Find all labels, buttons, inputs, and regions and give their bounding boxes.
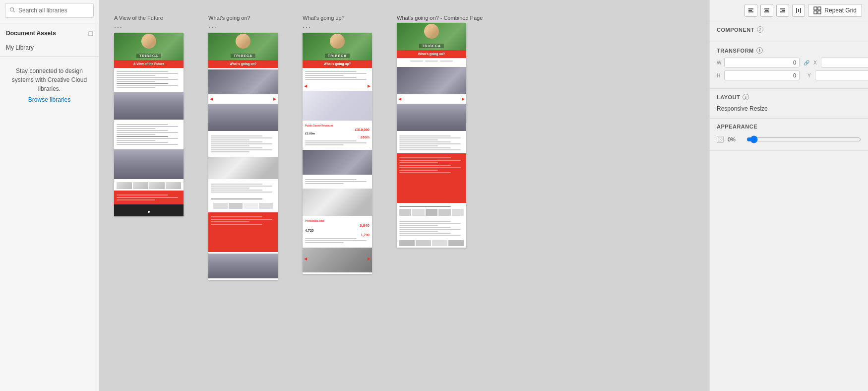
y-field: Y — [807, 70, 868, 80]
h-label: H — [717, 73, 723, 78]
opacity-slider[interactable] — [746, 133, 861, 145]
ab3-la2[interactable]: ◀ — [304, 257, 307, 261]
ab2-body2 — [208, 181, 278, 196]
lock-icon[interactable]: 🔗 — [804, 60, 809, 65]
transform-row-2: H Y — [717, 70, 861, 80]
responsive-resize: Responsive Resize — [717, 104, 861, 113]
artboard-4-label: What's going on? - Combined Page — [397, 15, 483, 21]
ab2-rs2 — [211, 219, 272, 220]
layout-info-icon[interactable]: i — [743, 94, 749, 100]
ab4-rs2 — [399, 160, 461, 161]
ab4-bg4 — [448, 240, 464, 246]
artboard-2-frame[interactable]: TRIBECA What's going on? ◀ ▶ — [208, 33, 278, 280]
ab4-l8 — [399, 149, 461, 150]
width-input[interactable] — [724, 58, 800, 67]
ab2-rs1 — [211, 216, 262, 217]
search-input[interactable] — [18, 7, 89, 14]
svg-rect-14 — [814, 7, 817, 10]
width-field: W — [717, 58, 800, 67]
ab4-img1 — [397, 67, 466, 94]
align-left-btn[interactable] — [744, 4, 757, 17]
ab3-jobs3: 1,790 — [305, 233, 370, 237]
y-input[interactable] — [815, 70, 868, 80]
ab1-line6 — [117, 81, 155, 82]
repeat-grid-label: Repeat Grid — [824, 7, 857, 14]
artboard-2[interactable]: What's going on? ··· TRIBECA What's goin… — [208, 15, 278, 280]
ab3-img3 — [303, 189, 372, 216]
ab3-b2l3 — [305, 183, 344, 184]
ab4-arrows1: ◀ ▶ — [397, 96, 466, 102]
svg-rect-12 — [798, 9, 799, 12]
ab1-line1 — [117, 71, 168, 72]
ab4-body1 — [397, 132, 466, 153]
ab1-thumb2 — [133, 182, 148, 189]
ab3-ra2[interactable]: ▶ — [368, 257, 371, 261]
artboard-2-dots: ··· — [208, 23, 217, 31]
ab2-right-arrow[interactable]: ▶ — [273, 97, 276, 101]
ab4-grid-title — [399, 206, 451, 207]
align-right-btn[interactable] — [776, 4, 789, 17]
height-input[interactable] — [724, 70, 800, 80]
search-bar[interactable] — [5, 3, 94, 18]
ab2-red-banner: What's going on? — [208, 60, 278, 68]
ab3-left-arrow[interactable]: ◀ — [304, 84, 307, 88]
ab4-l4 — [399, 141, 451, 142]
ab3-stat3: £60m — [305, 135, 370, 139]
ab3-face-circle — [330, 34, 345, 49]
ab1-red-footer — [114, 191, 184, 204]
transform-section: TRANSFORM i W 🔗 X H Y — [710, 42, 868, 89]
align-center-btn[interactable] — [760, 4, 773, 17]
repeat-grid-btn[interactable]: Repeat Grid — [808, 4, 862, 17]
component-info-icon[interactable]: i — [757, 26, 763, 33]
ab4-left-arrow[interactable]: ◀ — [398, 97, 401, 101]
appearance-title: APPEARANCE — [717, 124, 861, 130]
document-assets-label: Document Assets — [6, 30, 56, 37]
ab2-l6 — [211, 145, 249, 146]
x-label: X — [813, 60, 819, 65]
x-input[interactable] — [821, 58, 868, 67]
ab1-l19 — [117, 142, 168, 143]
browse-libraries-link[interactable]: Browse libraries — [6, 95, 93, 104]
layout-label: LAYOUT — [717, 94, 740, 100]
ab4-l7 — [399, 147, 451, 148]
ab3-right-arrow[interactable]: ▶ — [368, 84, 371, 88]
transform-info-icon[interactable]: i — [756, 47, 763, 54]
ab2-img4 — [208, 254, 278, 278]
ab4-l1 — [399, 135, 451, 136]
svg-rect-3 — [748, 10, 752, 11]
svg-rect-6 — [765, 10, 769, 11]
ab2-b2l5 — [211, 192, 272, 193]
ab3-jobs-stats: Permanent Jobs 3,840 4,720 1,790 — [303, 217, 372, 246]
svg-rect-10 — [780, 11, 785, 12]
ab3-stat1: £310,000 — [305, 128, 370, 131]
ab4-bg1 — [399, 240, 415, 246]
ab1-logo: TRIBECA — [136, 54, 161, 58]
my-library-label: My Library — [6, 44, 34, 51]
artboard-4-frame[interactable]: TRIBECA What's going on? ◀ — [397, 23, 466, 248]
artboard-4[interactable]: What's going on? - Combined Page TRIBECA… — [397, 15, 483, 248]
transform-row-1: W 🔗 X — [717, 58, 861, 67]
ab4-b2l8 — [399, 235, 461, 236]
collapse-icon[interactable]: □ — [89, 29, 93, 37]
artboard-1[interactable]: A View of the Future ··· TRIBECA A View … — [114, 15, 184, 216]
transform-title: TRANSFORM i — [717, 47, 861, 54]
ab2-left-arrow[interactable]: ◀ — [210, 97, 213, 101]
w-label: W — [717, 60, 723, 65]
appearance-row: 0% — [717, 133, 861, 145]
distribute-btn[interactable] — [792, 4, 805, 17]
component-title: COMPONENT i — [717, 26, 861, 33]
ab1-thumb1 — [117, 182, 132, 189]
ab3-sl3 — [305, 144, 344, 145]
ab4-hero: TRIBECA — [397, 23, 466, 50]
svg-rect-15 — [818, 7, 821, 10]
ab3-b2l2 — [305, 181, 367, 182]
artboard-3[interactable]: What's going up? ··· TRIBECA What's goin… — [303, 15, 372, 274]
ab4-right-arrow[interactable]: ▶ — [462, 97, 465, 101]
svg-rect-4 — [748, 11, 753, 12]
artboard-3-frame[interactable]: TRIBECA What's going up? ◀ ▶ — [303, 33, 372, 274]
ab2-b2l2 — [211, 186, 272, 187]
ab1-rf3 — [117, 199, 155, 200]
opacity-checkbox[interactable] — [717, 136, 724, 143]
artboard-1-frame[interactable]: TRIBECA A View of the Future — [114, 33, 184, 216]
svg-rect-2 — [748, 8, 753, 9]
